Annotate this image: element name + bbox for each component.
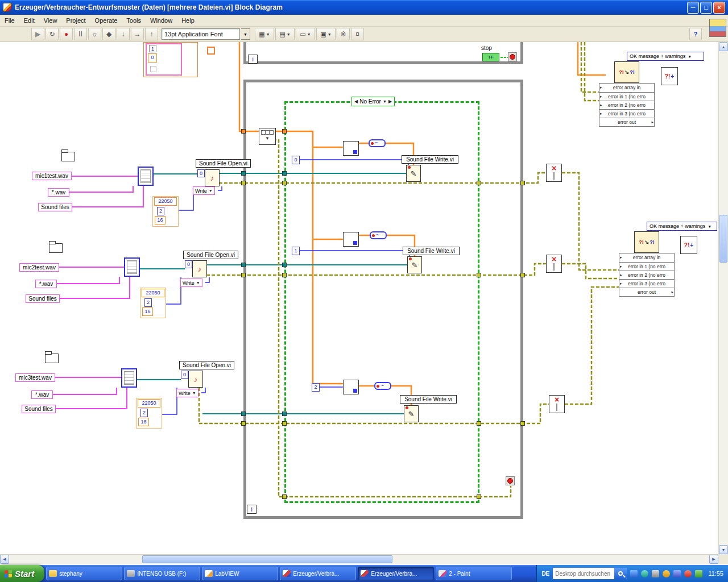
highlight-execution-button[interactable]: ☼ — [88, 28, 101, 40]
step-over-button[interactable]: → — [131, 28, 144, 40]
case-dropdown-icon[interactable]: ▼ — [383, 99, 387, 103]
tray-icon[interactable] — [695, 570, 702, 577]
taskbar-task-usb-drive[interactable]: INTENSO USB (F:) — [124, 567, 200, 580]
sound-file-open-icon[interactable]: 0 ♪ — [197, 169, 220, 186]
consumer-iteration-terminal[interactable]: i — [247, 505, 257, 514]
tray-icon[interactable] — [673, 570, 681, 577]
horizontal-scroll-thumb[interactable] — [142, 555, 392, 563]
title-bar[interactable]: Erzeuger/Verbraucher-Entwurfsmuster (Dat… — [0, 0, 728, 15]
menu-file[interactable]: File — [0, 16, 19, 25]
font-selector[interactable]: 13pt Application Font — [162, 28, 240, 40]
index-array-icon[interactable] — [343, 380, 359, 394]
prompt-constant[interactable]: Sound files — [22, 405, 56, 413]
stop-label[interactable]: stop — [481, 45, 492, 51]
sound-file-open-icon[interactable]: 0 ♪ — [181, 371, 203, 388]
next-case-arrow-icon[interactable]: ▶ — [388, 99, 392, 104]
open-vi-label[interactable]: Sound File Open.vi — [179, 361, 234, 369]
numeric-constant[interactable]: 1 — [149, 45, 156, 52]
error-row[interactable]: ▸error in 2 (no erro — [619, 271, 674, 279]
file-dialog-icon[interactable] — [124, 257, 140, 277]
index-array-icon[interactable] — [343, 141, 359, 156]
tray-icon[interactable] — [652, 570, 659, 577]
search-button[interactable] — [614, 568, 627, 579]
pattern-constant[interactable]: *.wav — [35, 280, 57, 288]
channels-constant[interactable]: 2 — [144, 298, 152, 307]
consumer-loop-condition-terminal[interactable] — [506, 476, 515, 485]
dequeue-element-icon[interactable]: ▾ — [259, 128, 276, 145]
vertical-scroll-thumb[interactable] — [719, 215, 727, 263]
taskbar-task-erzeuger-2[interactable]: Erzeuger/Verbra... — [358, 567, 434, 580]
retain-wire-values-button[interactable]: ◆ — [102, 28, 115, 40]
tray-icon[interactable] — [684, 570, 692, 577]
waveform-icon[interactable]: ~ — [369, 139, 386, 147]
run-button[interactable]: ▶ — [31, 28, 44, 40]
error-row[interactable]: ▸error in 2 (no erro — [599, 101, 654, 109]
clean-up-diagram-button[interactable]: ※ — [337, 28, 350, 40]
waveform-icon[interactable]: ~ — [374, 382, 391, 390]
sound-file-write-icon[interactable]: ✎ — [406, 165, 421, 182]
filename-constant[interactable]: mic1test.wav — [32, 172, 72, 180]
producer-iteration-terminal[interactable]: i — [248, 55, 258, 64]
font-selector-dropdown-icon[interactable]: ▼ — [241, 28, 250, 40]
zero-constant[interactable]: 0 — [181, 371, 188, 379]
error-dialog-icon[interactable]: ?!+ — [680, 236, 697, 254]
error-row[interactable]: ▸error in 1 (no erro — [619, 262, 674, 271]
menu-help[interactable]: Help — [177, 16, 199, 25]
error-dialog-icon[interactable]: ?!+ — [661, 67, 678, 85]
sound-file-close-icon[interactable]: × — [549, 395, 565, 413]
diagram-tool-button[interactable]: ¤ — [351, 28, 364, 40]
waveform-icon[interactable]: ~ — [370, 231, 387, 239]
index-array-icon[interactable] — [343, 232, 359, 247]
scroll-up-icon[interactable]: ▲ — [719, 42, 728, 51]
sample-rate-constant[interactable]: 22050 — [154, 197, 177, 206]
folder-icon[interactable] — [61, 152, 75, 161]
taskbar-task-stephany[interactable]: stephany — [46, 567, 122, 580]
error-row[interactable]: ▸error in 1 (no erro — [599, 92, 654, 101]
error-row[interactable]: ▸error in 3 (no erro — [619, 279, 674, 288]
bits-constant[interactable]: 16 — [155, 216, 166, 225]
reorder-button[interactable]: ▣▼ — [316, 28, 336, 40]
run-continuous-button[interactable]: ↻ — [46, 28, 59, 40]
menu-window[interactable]: Window — [146, 16, 177, 25]
producer-loop-condition-terminal[interactable] — [508, 52, 517, 61]
channels-constant[interactable]: 2 — [140, 409, 148, 417]
taskbar-task-labview[interactable]: LabVIEW — [202, 567, 278, 580]
filename-constant[interactable]: mic3test.wav — [15, 373, 55, 382]
message-type-dropdown[interactable]: OK message + warnings▼ — [627, 52, 704, 61]
open-vi-label[interactable]: Sound File Open.vi — [183, 251, 238, 259]
start-button[interactable]: Start — [0, 565, 44, 582]
maximize-button[interactable]: □ — [700, 2, 712, 14]
error-row[interactable]: ▸error array in — [619, 253, 674, 262]
sample-rate-constant[interactable]: 22050 — [138, 399, 160, 408]
horizontal-scrollbar[interactable]: ◀ ▶ — [0, 554, 718, 564]
close-button[interactable]: × — [713, 2, 725, 14]
write-vi-label[interactable]: Sound File Write.vi — [400, 395, 457, 404]
menu-project[interactable]: Project — [61, 16, 90, 25]
taskbar-task-paint[interactable]: 2 - Paint — [436, 567, 512, 580]
write-vi-label[interactable]: Sound File Write.vi — [402, 155, 458, 164]
error-row[interactable]: ▸error array in — [599, 84, 654, 92]
language-indicator[interactable]: DE — [541, 571, 549, 577]
pause-button[interactable]: II — [74, 28, 87, 40]
pattern-constant[interactable]: *.wav — [48, 188, 69, 197]
taskbar-task-erzeuger-1[interactable]: Erzeuger/Verbra... — [280, 567, 356, 580]
menu-tools[interactable]: Tools — [122, 16, 146, 25]
vertical-scrollbar[interactable]: ▲ ▼ — [718, 42, 728, 554]
open-vi-label[interactable]: Sound File Open.vi — [196, 159, 251, 168]
numeric-constant[interactable]: 0 — [148, 53, 157, 63]
pattern-constant[interactable]: *.wav — [31, 390, 53, 399]
sound-file-write-icon[interactable]: ✎ — [404, 405, 419, 422]
zero-constant[interactable]: 0 — [197, 169, 205, 177]
write-mode-dropdown[interactable]: Write▼ — [193, 186, 215, 195]
sound-file-close-icon[interactable]: × — [546, 164, 562, 182]
abort-button[interactable]: ● — [60, 28, 73, 40]
sample-rate-constant[interactable]: 22050 — [142, 289, 164, 297]
write-mode-dropdown[interactable]: Write▼ — [180, 278, 202, 287]
bits-constant[interactable]: 16 — [138, 418, 149, 426]
step-into-button[interactable]: ↓ — [117, 28, 130, 40]
zero-constant[interactable]: 0 — [185, 260, 192, 268]
prompt-constant[interactable]: Sound files — [26, 294, 60, 303]
channels-constant[interactable]: 2 — [157, 207, 164, 215]
index-constant[interactable]: 2 — [312, 383, 320, 392]
distribute-objects-button[interactable]: ▤▼ — [275, 28, 295, 40]
